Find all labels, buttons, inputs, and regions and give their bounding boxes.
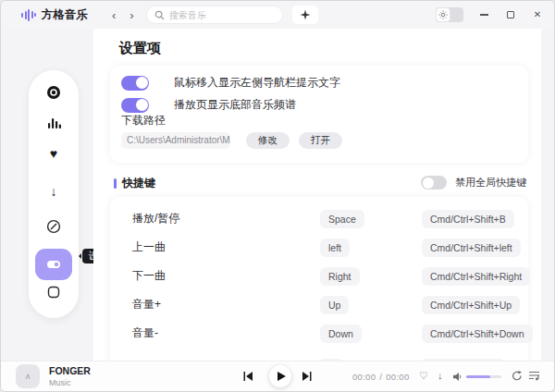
toggle-spectrum[interactable]: [121, 98, 149, 113]
shortcut-row: 音量+ Up Cmd/Ctrl+Shift+Up: [110, 290, 528, 319]
speaker-icon: [453, 373, 462, 381]
shortcuts-section-title: 快捷键: [122, 176, 155, 191]
settings-panel: 设置项 鼠标移入显示左侧导航栏提示文字 播放页显示底部音乐频谱 下载路径 C:\…: [93, 29, 541, 362]
previous-icon: [243, 372, 253, 381]
search-icon: [154, 10, 165, 20]
close-button[interactable]: ✕: [532, 9, 543, 20]
maximize-icon: [507, 11, 514, 18]
play-icon: [278, 372, 286, 381]
toggle-spectrum-label: 播放页显示底部音乐频谱: [174, 97, 296, 113]
shortcut-key[interactable]: Down: [320, 325, 362, 343]
disc-icon: [46, 85, 61, 100]
circle-slash-icon: [46, 219, 61, 234]
current-time: 00:00: [352, 372, 376, 382]
heart-icon: ♥: [50, 147, 57, 160]
sidebar-item-settings[interactable]: [35, 249, 72, 280]
app-window: 方格音乐 ‹ › ✕: [0, 0, 555, 392]
repeat-icon: [512, 371, 523, 381]
general-settings-card: 鼠标移入显示左侧导航栏提示文字 播放页显示底部音乐频谱 下载路径 C:\User…: [110, 66, 528, 163]
time-display: 00:00 / 00:00: [352, 372, 410, 382]
time-separator: /: [379, 372, 382, 382]
bar-chart-icon: [47, 116, 61, 129]
shortcut-row: 上一曲 left Cmd/Ctrl+Shift+left: [110, 233, 528, 262]
volume-fill: [466, 375, 490, 378]
shortcut-row: 播放/暂停 Space Cmd/Ctrl+Shift+B: [110, 204, 528, 233]
disable-global-shortcuts-label: 禁用全局快捷键: [455, 176, 526, 190]
open-path-button[interactable]: 打开: [299, 132, 342, 149]
shortcuts-card: 播放/暂停 Space Cmd/Ctrl+Shift+B 上一曲 left Cm…: [110, 197, 528, 362]
sidebar-item-favorites[interactable]: ♥: [45, 145, 62, 162]
shortcut-key[interactable]: left: [320, 239, 350, 257]
title-bar: 方格音乐 ‹ › ✕: [1, 1, 554, 29]
sparkle-button[interactable]: [292, 6, 318, 24]
sidebar-nav: ♥ ↓: [29, 70, 79, 318]
shortcut-label: 音量-: [132, 319, 158, 348]
toggle-sidebar-tooltips-label: 鼠标移入显示左侧导航栏提示文字: [174, 75, 340, 91]
shortcut-global-key[interactable]: Cmd/Ctrl+Shift+left: [422, 239, 521, 257]
player-artist: FONGER: [49, 365, 91, 376]
download-track-button[interactable]: ↓: [438, 371, 443, 381]
maximize-button[interactable]: [505, 9, 516, 20]
light-theme-knob: [436, 7, 450, 22]
shortcut-key[interactable]: Space: [320, 210, 364, 228]
nav-forward-icon[interactable]: ›: [130, 9, 133, 21]
playlist-icon: [529, 371, 540, 381]
toggle-icon: [46, 257, 61, 272]
sidebar-item-charts[interactable]: [45, 115, 62, 131]
page-title: 设置项: [119, 40, 161, 57]
toggle-sidebar-tooltips[interactable]: [121, 76, 149, 91]
sun-icon: [438, 10, 448, 19]
player-subtitle: Music: [49, 378, 71, 387]
favorite-button[interactable]: ♡: [419, 371, 428, 381]
shortcut-global-key[interactable]: Cmd/Ctrl+Shift+Right: [422, 267, 530, 286]
player-bar: ∧ FONGER Music 00:00 / 00:00 ♡ ↓: [1, 361, 554, 391]
caret-up-icon: ∧: [25, 372, 31, 381]
download-path-value: C:\Users\Administrator\Music: [121, 132, 230, 149]
sidebar-item-theme[interactable]: [45, 284, 62, 300]
sidebar-item-disc[interactable]: [45, 84, 62, 101]
shortcut-row: 下一曲 Right Cmd/Ctrl+Shift+Right: [110, 262, 528, 290]
app-title: 方格音乐: [42, 7, 88, 23]
volume-slider[interactable]: [466, 375, 501, 378]
sidebar-item-recent[interactable]: [45, 218, 62, 235]
volume-button[interactable]: [453, 373, 462, 383]
shortcut-key[interactable]: Up: [320, 296, 349, 314]
app-body: ♥ ↓ 设置 设置项 鼠标移入显示左侧导航栏提示文字: [1, 29, 554, 361]
playlist-button[interactable]: [529, 371, 540, 383]
modify-path-button[interactable]: 修改: [246, 132, 290, 149]
shortcut-key[interactable]: Right: [320, 267, 360, 286]
minimize-icon: [480, 14, 488, 15]
shortcut-label: 音量+: [132, 290, 161, 319]
heart-outline-icon: ♡: [419, 370, 428, 381]
play-button[interactable]: [269, 365, 291, 387]
minimize-button[interactable]: [478, 9, 489, 20]
section-accent-bar: [114, 178, 117, 189]
album-art-placeholder[interactable]: ∧: [16, 364, 40, 388]
total-time: 00:00: [386, 372, 409, 382]
shortcut-global-key[interactable]: Cmd/Ctrl+Shift+Up: [422, 296, 520, 314]
theme-toggle[interactable]: [436, 7, 463, 22]
download-arrow-icon: ↓: [438, 370, 443, 381]
sidebar-item-downloads[interactable]: ↓: [45, 183, 62, 200]
shortcut-row: 音量- Down Cmd/Ctrl+Shift+Down: [110, 319, 528, 348]
download-icon: ↓: [51, 185, 57, 198]
disable-global-shortcuts-toggle[interactable]: [421, 176, 447, 190]
next-track-button[interactable]: [302, 372, 312, 381]
shortcut-label: 上一曲: [132, 233, 166, 262]
repeat-button[interactable]: [512, 371, 523, 383]
search-box[interactable]: [146, 6, 283, 24]
search-input[interactable]: [169, 10, 275, 20]
shortcut-label: 下一曲: [132, 262, 166, 290]
next-icon: [302, 372, 312, 381]
shortcut-global-key[interactable]: Cmd/Ctrl+Shift+Down: [422, 325, 533, 343]
rounded-square-icon: [47, 286, 60, 299]
shortcut-label: 播放/暂停: [132, 204, 179, 233]
shortcut-global-key[interactable]: Cmd/Ctrl+Shift+B: [422, 210, 514, 228]
sparkle-icon: [300, 9, 311, 20]
app-logo: 方格音乐: [21, 7, 88, 23]
previous-track-button[interactable]: [243, 372, 253, 381]
download-path-label: 下载路径: [121, 113, 166, 129]
logo-waveform-icon: [21, 8, 36, 21]
nav-back-icon[interactable]: ‹: [112, 9, 116, 21]
